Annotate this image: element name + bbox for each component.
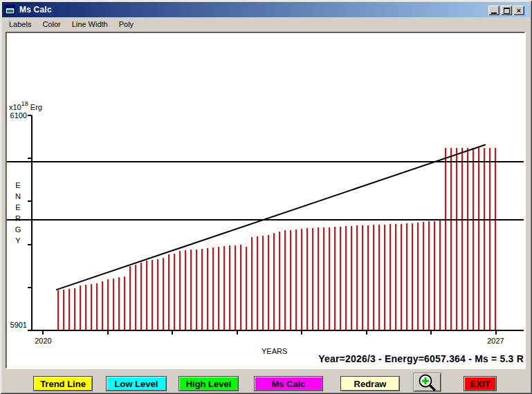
x-axis-last-tick-label: 2027 (485, 337, 506, 345)
menu-poly[interactable]: Poly (113, 19, 139, 30)
chart-panel[interactable] (6, 32, 525, 368)
magnifier-plus-icon (416, 373, 439, 391)
unit-suffix: Erg (28, 103, 42, 111)
menu-line-width[interactable]: Line Width (66, 19, 113, 30)
unit-exponent: 18 (21, 100, 28, 107)
maximize-icon (504, 8, 510, 14)
exit-button[interactable]: EXIT (464, 376, 497, 391)
menu-bar: Labels Color Line Width Poly (2, 17, 530, 31)
status-readout: Year=2026/3 - Energy=6057.364 - Ms = 5.3… (208, 353, 524, 364)
low-level-button[interactable]: Low Level (106, 376, 167, 391)
app-icon (5, 5, 16, 15)
high-level-button[interactable]: High Level (178, 376, 239, 391)
menu-labels[interactable]: Labels (3, 19, 37, 30)
y-axis-title: ENERGY (14, 181, 22, 247)
ms-calc-button[interactable]: Ms Calc (254, 376, 323, 391)
minimize-button[interactable] (488, 6, 499, 15)
y-axis-max-label: 6100 (6, 111, 27, 120)
window-title: Ms Calc (19, 5, 52, 15)
y-axis-unit-label: x1018 Erg (9, 101, 42, 111)
maximize-button[interactable] (501, 6, 512, 15)
unit-prefix: x10 (9, 103, 21, 111)
trend-line-button[interactable]: Trend Line (33, 376, 93, 391)
close-button[interactable]: × (513, 6, 524, 15)
title-bar[interactable]: Ms Calc × (2, 2, 530, 17)
zoom-button[interactable] (413, 373, 441, 392)
menu-color[interactable]: Color (37, 19, 66, 30)
y-axis-min-label: 5901 (6, 321, 27, 329)
minimize-icon (491, 12, 497, 14)
redraw-button[interactable]: Redraw (340, 376, 400, 391)
close-icon: × (517, 6, 521, 15)
x-axis-first-tick-label: 2020 (33, 337, 54, 345)
app-window: Ms Calc × Labels Color Line Width Poly x… (0, 0, 532, 394)
